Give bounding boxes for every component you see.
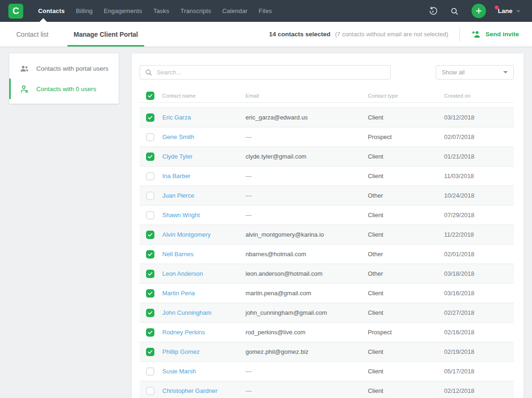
contact-name-link[interactable]: Gene Smith [162, 133, 246, 140]
contact-name-link[interactable]: Leon Anderson [162, 270, 246, 277]
contacts-panel: Show all Contact name Email Contact type… [132, 53, 524, 398]
contact-email: eric_garza@edward.us [246, 114, 368, 121]
contact-email: — [246, 192, 368, 199]
table-row[interactable]: Leon Andersonleon.anderson@hotmail.comOt… [140, 264, 514, 283]
nav-item-billing[interactable]: Billing [70, 0, 98, 22]
sidebar-item-contacts-with-0-users[interactable]: Contacts with 0 users [9, 79, 119, 99]
contact-type: Prospect [368, 329, 444, 336]
table-row[interactable]: Rodney Perkinsrod_perkins@live.comProspe… [140, 322, 514, 342]
search-icon [450, 7, 459, 16]
table-row[interactable]: Clyde Tylerclyde.tyler@gmail.comClient01… [140, 146, 514, 166]
row-checkbox[interactable] [146, 192, 154, 200]
filter-value: Show all [442, 69, 465, 76]
row-checkbox[interactable] [146, 133, 154, 141]
contact-name-link[interactable]: Christopher Gardner [162, 387, 246, 394]
table-row[interactable]: Gene Smith—Prospect02/07/2018 [140, 127, 514, 146]
app-window: C ContactsBillingEngagementsTasksTranscr… [0, 0, 532, 398]
contact-name-link[interactable]: Rodney Perkins [162, 329, 246, 336]
search-box [140, 65, 391, 80]
nav-item-files[interactable]: Files [253, 0, 277, 22]
selection-note: (7 contacts without email are not select… [335, 31, 448, 38]
created-on-date: 07/29/2018 [444, 212, 514, 219]
table-row[interactable]: Ina Barber—Client11/03/2018 [140, 166, 514, 186]
page-tabbar: Contact listManage Client Portal 14 cont… [0, 22, 532, 46]
user-menu[interactable]: Lane [495, 7, 521, 14]
global-search-button[interactable] [446, 3, 463, 20]
table-row[interactable]: Susie Marsh—Client05/17/2018 [140, 361, 514, 381]
select-all-checkbox[interactable] [146, 92, 154, 100]
content-area: Contacts with portal usersContacts with … [0, 46, 532, 398]
active-nav-pointer [40, 18, 47, 22]
send-invite-label: Send invite [485, 31, 519, 38]
table-row[interactable]: Alvin Montgomeryalvin_montgomery@karina.… [140, 225, 514, 244]
row-checkbox[interactable] [146, 250, 154, 259]
contact-email: clyde.tyler@gmail.com [246, 153, 368, 160]
contact-name-link[interactable]: Clyde Tyler [162, 153, 246, 160]
tab-contact-list[interactable]: Contact list [4, 22, 61, 46]
timer-icon [428, 6, 439, 16]
contact-type: Client [368, 172, 444, 179]
created-on-date: 05/17/2018 [444, 368, 514, 375]
contact-type: Client [368, 309, 444, 316]
contact-name-link[interactable]: Ina Barber [162, 172, 246, 179]
table-body: Eric Garzaeric_garza@edward.usClient03/1… [140, 107, 514, 398]
selection-summary: 14 contacts selected [269, 31, 330, 38]
contact-name-link[interactable]: Juan Pierce [162, 192, 246, 199]
filter-select[interactable]: Show all [436, 65, 514, 80]
add-new-button[interactable] [472, 4, 486, 18]
row-checkbox[interactable] [146, 289, 154, 298]
contact-name-link[interactable]: Martin Pena [162, 290, 246, 297]
contact-email: alvin_montgomery@karina.io [246, 231, 368, 238]
contact-name-link[interactable]: Shawn Wright [162, 212, 246, 219]
created-on-date: 01/21/2018 [444, 153, 514, 160]
row-checkbox[interactable] [146, 172, 154, 180]
row-checkbox[interactable] [146, 211, 154, 219]
table-row[interactable]: Shawn Wright—Client07/29/2018 [140, 205, 514, 225]
top-navbar: C ContactsBillingEngagementsTasksTranscr… [0, 0, 532, 22]
table-row[interactable]: John Cunninghamjohn_cunningham@gmail.com… [140, 303, 514, 322]
row-checkbox[interactable] [146, 270, 154, 278]
column-header-contact-type: Contact type [368, 93, 444, 99]
sidebar-item-contacts-with-portal-users[interactable]: Contacts with portal users [9, 58, 119, 79]
contact-name-link[interactable]: Eric Garza [162, 114, 246, 121]
row-checkbox[interactable] [146, 328, 154, 337]
table-row[interactable]: Martin Penamartin.pena@gmail.comClient03… [140, 283, 514, 303]
nav-item-transcripts[interactable]: Transcripts [175, 0, 217, 22]
column-header-created-on: Created on [444, 93, 514, 99]
row-checkbox[interactable] [146, 231, 154, 239]
contact-type: Client [368, 114, 444, 121]
contact-name-link[interactable]: Susie Marsh [162, 368, 246, 375]
app-logo[interactable]: C [8, 4, 23, 19]
timer-button[interactable] [425, 3, 442, 20]
contact-name-link[interactable]: Alvin Montgomery [162, 231, 246, 238]
divider [459, 27, 460, 41]
search-input[interactable] [157, 69, 386, 76]
table-row[interactable]: Juan Pierce—Other10/24/2018 [140, 186, 514, 205]
table-row[interactable]: Christopher Gardner—Client02/12/2018 [140, 381, 514, 398]
nav-item-calendar[interactable]: Calendar [217, 0, 253, 22]
send-invite-button[interactable]: Send invite [471, 29, 519, 40]
contact-name-link[interactable]: John Cunningham [162, 309, 246, 316]
row-checkbox[interactable] [146, 309, 154, 317]
contact-type: Other [368, 251, 444, 258]
row-checkbox[interactable] [146, 348, 154, 356]
nav-item-tasks[interactable]: Tasks [148, 0, 175, 22]
nav-item-contacts[interactable]: Contacts [33, 0, 70, 22]
row-checkbox[interactable] [146, 153, 154, 161]
nav-item-engagements[interactable]: Engagements [98, 0, 147, 22]
contact-name-link[interactable]: Nell Barnes [162, 251, 246, 258]
plus-icon [475, 7, 483, 15]
contact-type: Client [368, 348, 444, 355]
table-header: Contact name Email Contact type Created … [140, 89, 514, 103]
row-checkbox[interactable] [146, 367, 154, 376]
tab-manage-client-portal[interactable]: Manage Client Portal [61, 22, 150, 46]
row-checkbox[interactable] [146, 113, 154, 122]
table-row[interactable]: Eric Garzaeric_garza@edward.usClient03/1… [140, 107, 514, 127]
row-checkbox[interactable] [146, 387, 154, 395]
table-row[interactable]: Nell Barnesnbarnes@hotmail.comOther02/01… [140, 244, 514, 264]
contact-email: leon.anderson@hotmail.com [246, 270, 368, 277]
table-row[interactable]: Phillip Gomezgomez.phil@gomez.bizClient0… [140, 342, 514, 361]
person-plus-icon [471, 29, 481, 40]
contact-email: — [246, 212, 368, 219]
contact-name-link[interactable]: Phillip Gomez [162, 348, 246, 355]
